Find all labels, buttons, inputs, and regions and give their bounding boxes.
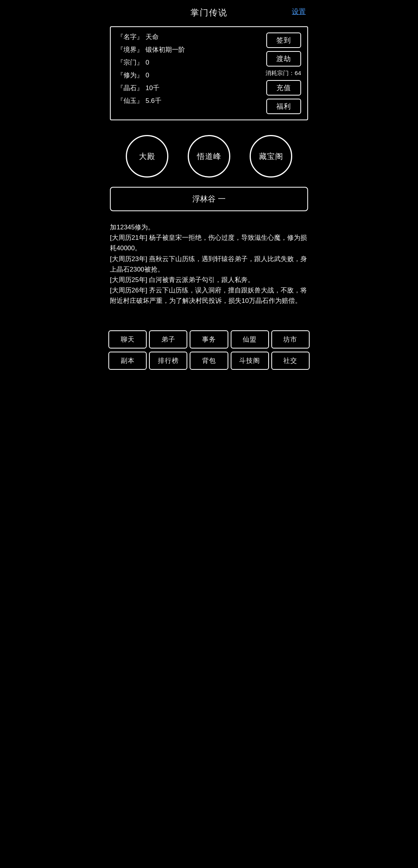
- location-bar[interactable]: 浮林谷 一: [110, 187, 308, 211]
- ranking-button[interactable]: 排行榜: [149, 352, 187, 370]
- value-jade: 5.6千: [146, 96, 161, 105]
- chat-button[interactable]: 聊天: [108, 330, 147, 349]
- circle-buttons: 大殿 悟道峰 藏宝阁: [104, 127, 314, 187]
- info-row-jade: 『仙玉』 5.6千: [117, 96, 261, 105]
- log-text: 加12345修为。 [大周历21年] 杨子被皇宋一拒绝，伤心过度，导致滋生心魔，…: [110, 222, 308, 306]
- info-row-name: 『名字』 天命: [117, 32, 261, 41]
- treasure-button[interactable]: 藏宝阁: [250, 135, 292, 178]
- affairs-button[interactable]: 事务: [190, 330, 228, 349]
- peak-button[interactable]: 悟道峰: [188, 135, 230, 178]
- bottom-nav: 聊天 弟子 事务 仙盟 坊市 副本 排行榜 背包 斗技阁 社交: [104, 326, 314, 378]
- location-label: 浮林谷 一: [192, 195, 226, 203]
- settings-link[interactable]: 设置: [292, 7, 306, 16]
- label-jade: 『仙玉』: [117, 96, 143, 105]
- info-card: 『名字』 天命 『境界』 锻体初期一阶 『宗门』 0 『修为』 0 『晶石』 1…: [110, 26, 308, 120]
- label-cultivation: 『修为』: [117, 71, 143, 80]
- info-row-realm: 『境界』 锻体初期一阶: [117, 45, 261, 54]
- label-name: 『名字』: [117, 32, 143, 41]
- market-button[interactable]: 坊市: [271, 330, 310, 349]
- sign-in-button[interactable]: 签到: [266, 32, 301, 48]
- label-sect: 『宗门』: [117, 58, 143, 67]
- consume-text: 消耗宗门：64: [266, 70, 301, 77]
- dungeon-button[interactable]: 副本: [108, 352, 147, 370]
- social-button[interactable]: 社交: [271, 352, 310, 370]
- crossing-button[interactable]: 渡劫: [266, 51, 301, 67]
- value-name: 天命: [146, 32, 159, 41]
- label-realm: 『境界』: [117, 45, 143, 54]
- info-right: 签到 渡劫 消耗宗门：64 充值 福利: [261, 32, 301, 114]
- welfare-button[interactable]: 福利: [266, 99, 301, 114]
- log-area: 加12345修为。 [大周历21年] 杨子被皇宋一拒绝，伤心过度，导致滋生心魔，…: [104, 218, 314, 326]
- hall-button[interactable]: 大殿: [126, 135, 168, 178]
- alliance-button[interactable]: 仙盟: [231, 330, 269, 349]
- info-row-crystal: 『晶石』 10千: [117, 84, 261, 92]
- value-cultivation: 0: [146, 72, 149, 79]
- value-crystal: 10千: [146, 84, 159, 92]
- nav-row-1: 聊天 弟子 事务 仙盟 坊市: [108, 330, 310, 349]
- header: 掌门传说 设置: [104, 0, 314, 23]
- label-crystal: 『晶石』: [117, 84, 143, 92]
- recharge-button[interactable]: 充值: [266, 80, 301, 96]
- info-left: 『名字』 天命 『境界』 锻体初期一阶 『宗门』 0 『修为』 0 『晶石』 1…: [117, 32, 261, 114]
- app-title: 掌门传说: [190, 7, 228, 19]
- info-row-cultivation: 『修为』 0: [117, 71, 261, 80]
- value-sect: 0: [146, 59, 149, 67]
- disciple-button[interactable]: 弟子: [149, 330, 187, 349]
- battle-button[interactable]: 斗技阁: [231, 352, 269, 370]
- value-realm: 锻体初期一阶: [146, 45, 185, 54]
- backpack-button[interactable]: 背包: [190, 352, 228, 370]
- info-row-sect: 『宗门』 0: [117, 58, 261, 67]
- nav-row-2: 副本 排行榜 背包 斗技阁 社交: [108, 352, 310, 370]
